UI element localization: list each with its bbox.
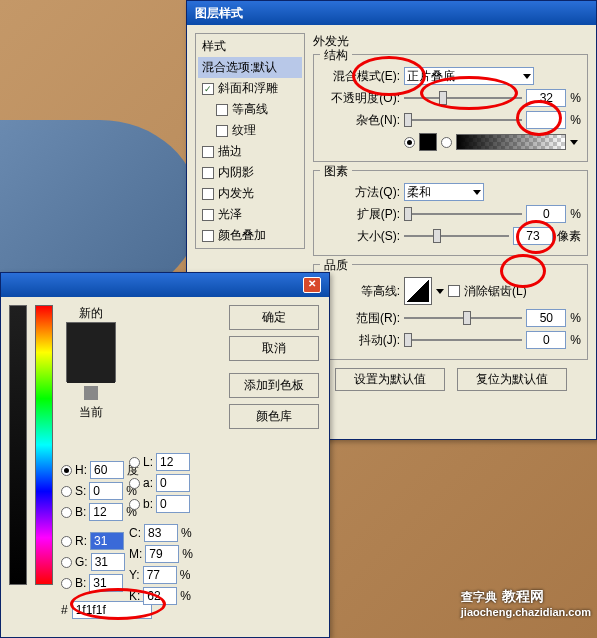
lab-b-input[interactable]	[156, 495, 190, 513]
reset-default-button[interactable]: 复位为默认值	[457, 368, 567, 391]
hue-strip[interactable]	[35, 305, 53, 585]
color-library-button[interactable]: 颜色库	[229, 404, 319, 429]
color-radio[interactable]	[404, 137, 415, 148]
jitter-slider[interactable]	[404, 331, 522, 349]
layer-style-titlebar[interactable]: 图层样式	[187, 1, 596, 25]
gradient-radio[interactable]	[441, 137, 452, 148]
g-radio[interactable]	[61, 557, 72, 568]
r-radio[interactable]	[61, 536, 72, 547]
b-radio[interactable]	[61, 578, 72, 589]
quality-fieldset: 品质 等高线: 消除锯齿(L) 范围(R): % 抖动(J):	[313, 264, 588, 360]
styles-header[interactable]: 样式	[198, 36, 302, 57]
color-picker-dialog: ✕ 新的 当前 H:度 S:% B:% R: G: B: #	[0, 272, 330, 638]
checkbox-icon[interactable]	[202, 230, 214, 242]
antialias-label: 消除锯齿(L)	[464, 283, 527, 300]
style-item-satin[interactable]: 光泽	[198, 204, 302, 225]
elements-fieldset: 图素 方法(Q): 柔和 扩展(P): % 大小(S): 像素	[313, 170, 588, 256]
size-slider[interactable]	[404, 227, 509, 245]
color-picker-titlebar[interactable]: ✕	[1, 273, 329, 297]
jitter-input[interactable]	[526, 331, 566, 349]
checkbox-icon[interactable]	[202, 167, 214, 179]
l-input[interactable]	[156, 453, 190, 471]
b-input[interactable]	[89, 574, 123, 592]
close-icon[interactable]: ✕	[303, 277, 321, 293]
elements-legend: 图素	[320, 163, 352, 180]
structure-fieldset: 结构 混合模式(E): 正片叠底 不透明度(O): % 杂色(N): %	[313, 54, 588, 162]
chevron-down-icon	[523, 74, 531, 79]
spread-input[interactable]	[526, 205, 566, 223]
add-swatch-button[interactable]: 添加到色板	[229, 373, 319, 398]
ok-button[interactable]: 确定	[229, 305, 319, 330]
styles-list: 样式 混合选项:默认 ✓斜面和浮雕 等高线 纹理 描边 内阴影 内发光 光泽 颜…	[195, 33, 305, 249]
noise-label: 杂色(N):	[320, 112, 400, 129]
style-item-contour[interactable]: 等高线	[198, 99, 302, 120]
pct-label: %	[570, 207, 581, 221]
pct-label: %	[570, 91, 581, 105]
style-item-bevel[interactable]: ✓斜面和浮雕	[198, 78, 302, 99]
watermark: 查字典 教程网 jiaocheng.chazidian.com	[461, 585, 591, 618]
range-slider[interactable]	[404, 309, 522, 327]
style-item-coloroverlay[interactable]: 颜色叠加	[198, 225, 302, 246]
h-input[interactable]	[90, 461, 124, 479]
k-input[interactable]	[143, 587, 177, 605]
pct-label: %	[570, 113, 581, 127]
a-input[interactable]	[156, 474, 190, 492]
opacity-slider[interactable]	[404, 89, 522, 107]
chevron-down-icon[interactable]	[436, 289, 444, 294]
s-input[interactable]	[89, 482, 123, 500]
method-select[interactable]: 柔和	[404, 183, 484, 201]
style-item-innershadow[interactable]: 内阴影	[198, 162, 302, 183]
blend-options-row[interactable]: 混合选项:默认	[198, 57, 302, 78]
range-input[interactable]	[526, 309, 566, 327]
style-item-innerglow[interactable]: 内发光	[198, 183, 302, 204]
gradient-picker[interactable]	[456, 134, 566, 150]
l-radio[interactable]	[129, 457, 140, 468]
color-swatch[interactable]	[419, 133, 437, 151]
bv-input[interactable]	[89, 503, 123, 521]
chevron-down-icon[interactable]	[570, 140, 578, 145]
checkbox-icon[interactable]	[202, 209, 214, 221]
set-default-button[interactable]: 设置为默认值	[335, 368, 445, 391]
cancel-button[interactable]: 取消	[229, 336, 319, 361]
size-input[interactable]	[513, 227, 553, 245]
checkbox-icon[interactable]	[202, 146, 214, 158]
chevron-down-icon	[473, 190, 481, 195]
noise-input[interactable]	[526, 111, 566, 129]
pct-label: %	[570, 333, 581, 347]
spread-slider[interactable]	[404, 205, 522, 223]
blendmode-label: 混合模式(E):	[320, 68, 400, 85]
saturation-strip[interactable]	[9, 305, 27, 585]
structure-legend: 结构	[320, 47, 352, 64]
checkbox-icon[interactable]	[202, 188, 214, 200]
antialias-checkbox[interactable]	[448, 285, 460, 297]
blendmode-select[interactable]: 正片叠底	[404, 67, 534, 85]
h-radio[interactable]	[61, 465, 72, 476]
contour-picker[interactable]	[404, 277, 432, 305]
checkbox-icon[interactable]	[216, 125, 228, 137]
a-radio[interactable]	[129, 478, 140, 489]
cube-icon[interactable]	[84, 386, 98, 400]
size-unit: 像素	[557, 228, 581, 245]
s-radio[interactable]	[61, 486, 72, 497]
g-input[interactable]	[91, 553, 125, 571]
method-label: 方法(Q):	[320, 184, 400, 201]
spread-label: 扩展(P):	[320, 206, 400, 223]
pct-label: %	[570, 311, 581, 325]
hex-label: #	[61, 603, 68, 617]
current-label: 当前	[61, 404, 121, 421]
style-item-stroke[interactable]: 描边	[198, 141, 302, 162]
r-input[interactable]	[90, 532, 124, 550]
m-input[interactable]	[145, 545, 179, 563]
y-input[interactable]	[143, 566, 177, 584]
checkbox-icon[interactable]: ✓	[202, 83, 214, 95]
noise-slider[interactable]	[404, 111, 522, 129]
jitter-label: 抖动(J):	[320, 332, 400, 349]
contour-label: 等高线:	[320, 283, 400, 300]
new-label: 新的	[61, 305, 121, 322]
c-input[interactable]	[144, 524, 178, 542]
opacity-input[interactable]	[526, 89, 566, 107]
checkbox-icon[interactable]	[216, 104, 228, 116]
style-item-texture[interactable]: 纹理	[198, 120, 302, 141]
bv-radio[interactable]	[61, 507, 72, 518]
lab-b-radio[interactable]	[129, 499, 140, 510]
